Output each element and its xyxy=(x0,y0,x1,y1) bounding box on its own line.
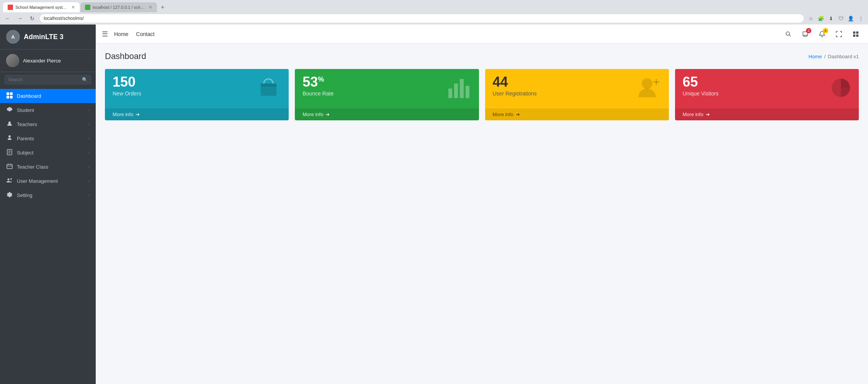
info-box-bounce-rate: 53% Bounce Rate xyxy=(295,69,479,120)
info-box-bottom-user-registrations[interactable]: More info ➜ xyxy=(485,108,669,120)
download-button[interactable]: ⬇ xyxy=(827,14,835,23)
reload-button[interactable]: ↻ xyxy=(28,14,37,23)
sidebar-item-label-teacher-class: Teacher Class xyxy=(17,164,85,170)
info-box-user-registrations: 44 User Registrations xyxy=(485,69,669,120)
address-bar: ← → ↻ localhost/schoolms/ ☆ 🧩 ⬇ 🛡 👤 ⋮ xyxy=(0,12,868,25)
notifications-button[interactable]: 4 xyxy=(816,28,828,40)
info-box-label-new-orders: New Orders xyxy=(113,90,141,97)
student-arrow-icon: ‹ xyxy=(88,108,90,112)
info-box-more-info-new-orders: More info xyxy=(113,112,133,117)
shield-button[interactable]: 🛡 xyxy=(837,14,845,23)
svg-point-16 xyxy=(10,178,12,180)
sidebar-nav: Dashboard Student ‹ Teachers ‹ xyxy=(0,87,96,204)
sidebar-item-label-user-management: User Management xyxy=(17,178,85,184)
app: A AdminLTE 3 Alexander Pierce 🔍 Dashboar xyxy=(0,25,868,384)
info-box-content-bounce-rate: 53% Bounce Rate xyxy=(302,75,333,97)
sidebar-item-subject[interactable]: Subject ‹ xyxy=(0,146,96,160)
navbar-right: 2 4 xyxy=(782,28,862,40)
sidebar-item-teacher-class[interactable]: Teacher Class ‹ xyxy=(0,160,96,174)
sidebar-item-teachers[interactable]: Teachers ‹ xyxy=(0,117,96,131)
sidebar-item-student[interactable]: Student ‹ xyxy=(0,103,96,117)
new-tab-button[interactable]: + xyxy=(158,2,167,12)
tab-favicon-2 xyxy=(85,5,90,10)
grid-button[interactable] xyxy=(850,28,862,40)
arrow-circle-icon-new-orders: ➜ xyxy=(136,112,140,117)
svg-text:A: A xyxy=(11,34,15,40)
extensions-button[interactable]: 🧩 xyxy=(817,14,825,23)
search-box: 🔍 xyxy=(5,75,91,84)
search-button[interactable] xyxy=(782,28,794,40)
tab-close-2[interactable]: ✕ xyxy=(149,5,152,10)
info-box-content-unique-visitors: 65 Unique Visitors xyxy=(683,75,719,97)
svg-point-15 xyxy=(8,179,10,181)
breadcrumb-home[interactable]: Home xyxy=(809,54,822,59)
hamburger-button[interactable]: ☰ xyxy=(102,30,108,38)
info-box-new-orders: 150 New Orders More info xyxy=(105,69,289,120)
info-box-label-bounce-rate: Bounce Rate xyxy=(302,90,333,97)
info-box-unique-visitors: 65 Unique Visitors More info xyxy=(675,69,859,120)
tab-favicon-1 xyxy=(8,5,13,10)
info-box-bottom-new-orders[interactable]: More info ➜ xyxy=(105,108,289,120)
search-icon[interactable]: 🔍 xyxy=(82,77,88,82)
svg-rect-21 xyxy=(853,34,855,37)
tab-localhost[interactable]: localhost / 127.0.0.1 / schoolm... ✕ xyxy=(80,2,157,12)
svg-point-28 xyxy=(642,78,652,89)
main-content: Dashboard Home / Dashboard v1 150 New Or… xyxy=(96,44,868,384)
back-button[interactable]: ← xyxy=(3,14,12,23)
navbar-link-contact[interactable]: Contact xyxy=(136,30,154,39)
info-box-bottom-unique-visitors[interactable]: More info ➜ xyxy=(675,108,859,120)
sidebar-item-user-management[interactable]: User Management ‹ xyxy=(0,174,96,188)
svg-point-17 xyxy=(786,32,790,35)
info-box-number-unique-visitors: 65 xyxy=(683,75,719,89)
more-button[interactable]: ⋮ xyxy=(857,14,865,23)
tab-close-1[interactable]: ✕ xyxy=(71,5,75,10)
sidebar-item-setting[interactable]: Setting ‹ xyxy=(0,188,96,202)
svg-rect-26 xyxy=(460,79,464,98)
breadcrumb-current: Dashboard v1 xyxy=(828,54,859,59)
forward-button[interactable]: → xyxy=(15,14,25,23)
svg-rect-2 xyxy=(7,92,9,95)
tab-school-management[interactable]: School Management system ✕ xyxy=(3,2,80,12)
info-box-label-unique-visitors: Unique Visitors xyxy=(683,90,719,97)
teacher-class-icon xyxy=(6,163,13,171)
navbar-link-home[interactable]: Home xyxy=(114,30,128,39)
info-box-bottom-bounce-rate[interactable]: More info ➜ xyxy=(295,108,479,120)
sidebar-item-dashboard[interactable]: Dashboard xyxy=(0,89,96,103)
info-box-top-new-orders: 150 New Orders xyxy=(105,69,289,108)
bookmark-button[interactable]: ☆ xyxy=(807,14,815,23)
info-box-number-bounce-rate: 53% xyxy=(302,75,333,89)
pie-icon xyxy=(826,75,851,104)
sidebar-item-label-parents: Parents xyxy=(17,136,85,141)
sidebar-user: Alexander Pierce xyxy=(0,49,96,72)
info-box-more-info-bounce-rate: More info xyxy=(302,112,323,117)
teachers-icon xyxy=(6,121,13,128)
messages-button[interactable]: 2 xyxy=(799,28,811,40)
parents-arrow-icon: ‹ xyxy=(88,136,90,141)
info-box-more-info-unique-visitors: More info xyxy=(683,112,703,117)
dashboard-icon xyxy=(6,92,13,100)
svg-rect-3 xyxy=(10,92,13,95)
browser-chrome: School Management system ✕ localhost / 1… xyxy=(0,0,868,25)
svg-rect-5 xyxy=(10,96,13,98)
info-box-top-bounce-rate: 53% Bounce Rate xyxy=(295,69,479,108)
fullscreen-button[interactable] xyxy=(833,28,845,40)
profile-button[interactable]: 👤 xyxy=(847,14,855,23)
sidebar-search-input[interactable] xyxy=(8,77,82,82)
sidebar-item-parents[interactable]: Parents ‹ xyxy=(0,131,96,146)
sidebar-item-label-student: Student xyxy=(17,107,85,113)
brand-avatar: A xyxy=(6,30,20,44)
breadcrumb: Home / Dashboard v1 xyxy=(809,54,859,59)
info-box-top-user-registrations: 44 User Registrations xyxy=(485,69,669,108)
svg-rect-24 xyxy=(448,89,452,98)
svg-rect-4 xyxy=(7,96,9,98)
top-navbar: ☰ Home Contact 2 4 xyxy=(96,25,868,44)
sidebar-item-label-setting: Setting xyxy=(17,192,85,198)
page-title: Dashboard xyxy=(105,51,146,61)
sidebar-item-label-dashboard: Dashboard xyxy=(17,93,90,99)
teachers-arrow-icon: ‹ xyxy=(88,122,90,126)
bag-icon xyxy=(256,75,281,104)
sidebar-item-label-teachers: Teachers xyxy=(17,121,85,127)
browser-actions: ☆ 🧩 ⬇ 🛡 👤 ⋮ xyxy=(807,14,865,23)
tab-label-1: School Management system xyxy=(15,5,67,10)
address-input[interactable]: localhost/schoolms/ xyxy=(40,14,804,23)
